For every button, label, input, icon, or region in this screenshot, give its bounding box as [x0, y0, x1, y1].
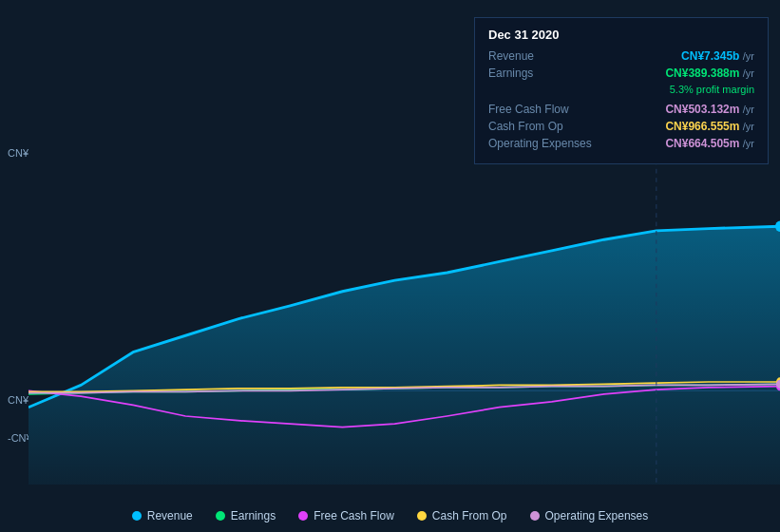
tooltip-title: Dec 31 2020 — [488, 28, 754, 42]
chart-svg — [29, 142, 780, 484]
legend-label-revenue: Revenue — [147, 509, 193, 522]
cash-from-op-label: Cash From Op — [488, 120, 563, 133]
cash-from-op-row: Cash From Op CN¥966.555m /yr — [488, 120, 754, 133]
legend-label-operating-expenses: Operating Expenses — [545, 509, 649, 522]
free-cash-flow-value: CN¥503.132m /yr — [665, 103, 754, 116]
chart-area — [0, 142, 780, 484]
earnings-row: Earnings CN¥389.388m /yr — [488, 66, 754, 80]
legend-label-cash-from-op: Cash From Op — [432, 509, 507, 522]
legend-item-revenue[interactable]: Revenue — [132, 509, 193, 522]
free-cash-flow-row: Free Cash Flow CN¥503.132m /yr — [488, 103, 754, 116]
revenue-label: Revenue — [488, 49, 534, 63]
free-cash-flow-label: Free Cash Flow — [488, 103, 569, 116]
revenue-row: Revenue CN¥7.345b /yr — [488, 49, 754, 63]
legend-dot-operating-expenses — [530, 511, 540, 521]
profit-margin-value: 5.3% profit margin — [670, 84, 754, 95]
earnings-label: Earnings — [488, 66, 533, 80]
legend-label-free-cash-flow: Free Cash Flow — [314, 509, 394, 522]
legend-label-earnings: Earnings — [231, 509, 276, 522]
legend-dot-free-cash-flow — [298, 511, 308, 521]
operating-expenses-label: Operating Expenses — [488, 137, 592, 150]
legend-item-cash-from-op[interactable]: Cash From Op — [417, 509, 507, 522]
legend-dot-revenue — [132, 511, 142, 521]
revenue-value: CN¥7.345b /yr — [681, 49, 754, 63]
legend-item-operating-expenses[interactable]: Operating Expenses — [530, 509, 649, 522]
legend-item-earnings[interactable]: Earnings — [216, 509, 276, 522]
legend-dot-cash-from-op — [417, 511, 427, 521]
profit-margin-row: 5.3% profit margin — [488, 84, 754, 99]
cash-from-op-value: CN¥966.555m /yr — [665, 120, 754, 133]
legend-dot-earnings — [216, 511, 225, 521]
chart-legend: Revenue Earnings Free Cash Flow Cash Fro… — [0, 509, 780, 522]
info-tooltip: Dec 31 2020 Revenue CN¥7.345b /yr Earnin… — [474, 17, 769, 164]
earnings-value: CN¥389.388m /yr — [665, 66, 754, 80]
operating-expenses-value: CN¥664.505m /yr — [665, 137, 754, 150]
operating-expenses-row: Operating Expenses CN¥664.505m /yr — [488, 137, 754, 150]
legend-item-free-cash-flow[interactable]: Free Cash Flow — [298, 509, 394, 522]
